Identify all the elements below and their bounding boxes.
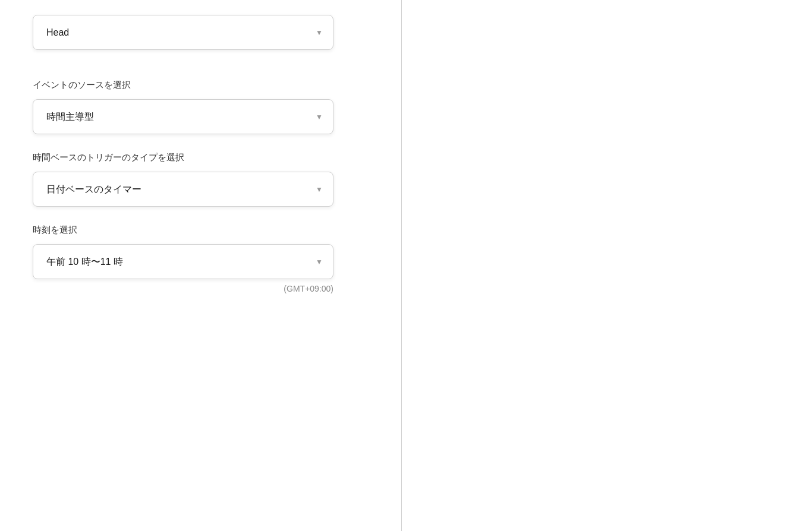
left-panel: Head ▼ イベントのソースを選択 時間主導型 ▼ 時間ベースのトリガーのタイ… xyxy=(0,0,402,531)
trigger-type-dropdown[interactable]: 日付ベースのタイマー xyxy=(33,172,333,207)
event-source-section: イベントのソースを選択 時間主導型 ▼ xyxy=(33,80,369,134)
head-section: Head ▼ xyxy=(33,15,369,50)
right-panel xyxy=(402,0,812,531)
event-source-dropdown[interactable]: 時間主導型 xyxy=(33,99,333,134)
head-dropdown-wrapper: Head ▼ xyxy=(33,15,333,50)
time-section: 時刻を選択 午前 10 時〜11 時 ▼ (GMT+09:00) xyxy=(33,225,369,293)
trigger-type-section: 時間ベースのトリガーのタイプを選択 日付ベースのタイマー ▼ xyxy=(33,152,369,207)
time-dropdown[interactable]: 午前 10 時〜11 時 xyxy=(33,244,333,279)
event-source-dropdown-wrapper: 時間主導型 ▼ xyxy=(33,99,333,134)
time-label: 時刻を選択 xyxy=(33,225,369,236)
time-dropdown-wrapper: 午前 10 時〜11 時 ▼ xyxy=(33,244,333,279)
event-source-label: イベントのソースを選択 xyxy=(33,80,369,91)
head-dropdown[interactable]: Head xyxy=(33,15,333,50)
timezone-note: (GMT+09:00) xyxy=(33,284,333,293)
trigger-type-dropdown-wrapper: 日付ベースのタイマー ▼ xyxy=(33,172,333,207)
trigger-type-label: 時間ベースのトリガーのタイプを選択 xyxy=(33,152,369,163)
